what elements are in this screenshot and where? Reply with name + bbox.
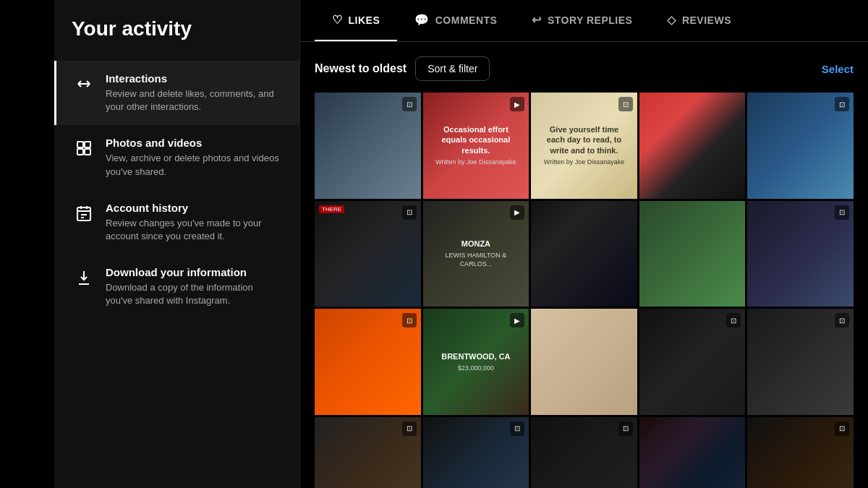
select-button[interactable]: Select [822, 63, 854, 75]
media-type-icon: ⊡ [402, 313, 417, 328]
photos-videos-text: Photos and videos View, archive or delet… [106, 137, 282, 178]
sidebar: Your activity Interactions Review and de… [54, 0, 300, 488]
grid-item-image [639, 201, 746, 307]
svg-rect-3 [85, 149, 90, 155]
content-area: Newest to oldest Sort & filter Select ⊡O… [300, 42, 868, 488]
grid-item[interactable]: ⊡ [639, 309, 746, 415]
tab-story-replies[interactable]: ↩ STORY REPLIES [514, 0, 650, 41]
main-content: ♡ LIKES 💬 COMMENTS ↩ STORY REPLIES ◇ REV… [300, 0, 868, 488]
media-type-icon: ⊡ [835, 421, 849, 436]
grid-item[interactable] [531, 201, 637, 307]
grid-item[interactable]: ⊡ [747, 201, 854, 307]
media-type-icon: ⊡ [835, 205, 849, 220]
sort-label: Newest to oldest [315, 62, 407, 75]
media-type-icon: ⊡ [402, 97, 417, 111]
overlay-subtext: Written by Joe Dissanayake [544, 158, 624, 167]
media-type-icon: ▶ [510, 97, 524, 111]
overlay-text: Give yourself time each day to read, to … [540, 124, 629, 155]
svg-rect-1 [85, 142, 90, 147]
media-type-icon: ⊡ [726, 313, 741, 328]
grid-item[interactable]: ⊡ [747, 309, 854, 415]
grid-item[interactable]: ⊡ [315, 417, 421, 488]
grid-item-image [531, 201, 637, 307]
grid-item[interactable]: ⊡ [531, 417, 637, 488]
likes-icon: ♡ [332, 13, 343, 27]
overlay-subtext: $23,000,000 [458, 364, 494, 373]
svg-rect-0 [77, 142, 83, 147]
grid-item[interactable]: ⊡ [423, 417, 529, 488]
grid-item[interactable]: ⊡ [315, 309, 421, 415]
media-type-icon: ▶ [510, 313, 524, 328]
calendar-icon [74, 203, 94, 223]
grid-item[interactable]: THERE⊡ [315, 201, 421, 307]
story-replies-icon: ↩ [532, 13, 542, 27]
tab-likes[interactable]: ♡ LIKES [315, 0, 397, 41]
media-type-icon: ⊡ [618, 421, 633, 436]
interactions-icon [74, 74, 94, 94]
overlay-subtext: Written by Joe Dissanayake [435, 158, 516, 167]
account-history-text: Account history Review changes you've ma… [106, 202, 282, 243]
grid-item[interactable]: MONZALEWIS HAMILTON & CARLOS...▶ [423, 201, 529, 307]
grid-item[interactable]: ⊡ [315, 93, 421, 199]
sidebar-item-photos-videos[interactable]: Photos and videos View, archive or delet… [54, 125, 299, 189]
interactions-text: Interactions Review and delete likes, co… [106, 72, 282, 114]
media-type-icon: ⊡ [402, 205, 417, 220]
media-type-icon: ⊡ [510, 421, 524, 436]
photos-icon [74, 138, 94, 158]
grid-item[interactable] [639, 201, 746, 307]
filter-bar: Newest to oldest Sort & filter Select [315, 56, 854, 81]
media-type-icon: ⊡ [402, 421, 417, 436]
sidebar-item-account-history[interactable]: Account history Review changes you've ma… [54, 190, 299, 254]
grid-item[interactable]: Occasional effort equals occasional resu… [423, 93, 529, 199]
download-icon [74, 267, 94, 288]
sidebar-title: Your activity [54, 17, 299, 61]
tab-reviews[interactable]: ◇ REVIEWS [650, 0, 749, 41]
overlay-text: MONZA [461, 239, 490, 249]
media-type-icon: ⊡ [618, 97, 633, 111]
grid-item-image [531, 309, 637, 415]
download-text: Download your information Download a cop… [106, 266, 282, 307]
media-type-icon: ⊡ [835, 313, 849, 328]
tabs: ♡ LIKES 💬 COMMENTS ↩ STORY REPLIES ◇ REV… [300, 0, 868, 42]
grid-item[interactable]: ⊡ [747, 93, 854, 199]
grid-item[interactable]: ⊡ [747, 417, 854, 488]
grid-item-image [639, 417, 746, 488]
left-rail [0, 0, 54, 488]
tab-comments[interactable]: 💬 COMMENTS [397, 0, 514, 41]
sidebar-item-download[interactable]: Download your information Download a cop… [54, 254, 299, 319]
grid-item[interactable]: Give yourself time each day to read, to … [531, 93, 637, 199]
sort-filter-button[interactable]: Sort & filter [415, 56, 490, 81]
grid-item[interactable]: BRENTWOOD, CA$23,000,000▶ [423, 309, 529, 415]
photo-grid: ⊡Occasional effort equals occasional res… [315, 93, 854, 488]
grid-item[interactable] [639, 93, 746, 199]
sidebar-item-interactions[interactable]: Interactions Review and delete likes, co… [54, 61, 299, 125]
grid-item[interactable] [531, 309, 637, 415]
image-badge: THERE [319, 205, 344, 213]
comments-icon: 💬 [414, 13, 430, 27]
grid-item-image [639, 93, 746, 199]
grid-item[interactable] [639, 417, 746, 488]
filter-left: Newest to oldest Sort & filter [315, 56, 490, 81]
svg-rect-2 [77, 149, 83, 155]
overlay-text: BRENTWOOD, CA [441, 351, 510, 361]
media-type-icon: ▶ [510, 205, 524, 220]
overlay-text: Occasional effort equals occasional resu… [432, 124, 521, 155]
media-type-icon: ⊡ [835, 97, 849, 111]
reviews-icon: ◇ [667, 13, 676, 27]
overlay-subtext: LEWIS HAMILTON & CARLOS... [432, 252, 521, 268]
